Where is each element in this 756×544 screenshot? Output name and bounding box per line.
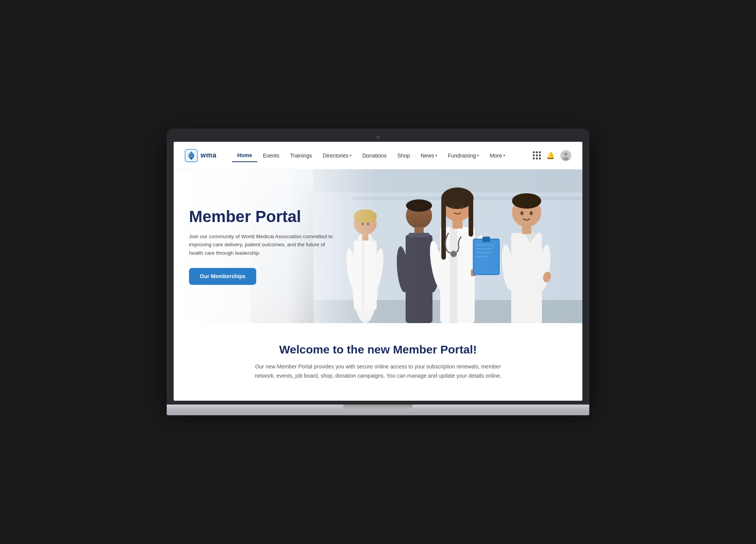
laptop-container: wma Home Events Trainings Directories ▾ … [167, 129, 589, 415]
welcome-title: Welcome to the new Member Portal! [204, 343, 552, 356]
nav-actions: 🔔 [533, 150, 572, 161]
nav-item-home[interactable]: Home [232, 149, 258, 162]
avatar[interactable] [560, 150, 572, 161]
nav-links: Home Events Trainings Directories ▾ Dona… [232, 149, 533, 162]
nav-item-events[interactable]: Events [257, 149, 285, 162]
nav-item-trainings[interactable]: Trainings [285, 149, 317, 162]
nav-item-shop[interactable]: Shop [392, 149, 415, 162]
laptop-hinge [343, 405, 413, 410]
logo[interactable]: wma [184, 149, 217, 163]
nav-item-directories[interactable]: Directories ▾ [317, 149, 357, 162]
more-chevron-icon: ▾ [503, 153, 505, 158]
laptop-base [167, 405, 589, 415]
nav-item-more[interactable]: More ▾ [484, 149, 511, 162]
navigation: wma Home Events Trainings Directories ▾ … [174, 142, 582, 169]
grid-icon[interactable] [533, 151, 541, 159]
directories-chevron-icon: ▾ [350, 153, 351, 158]
laptop-camera [376, 136, 380, 139]
welcome-section: Welcome to the new Member Portal! Our ne… [174, 323, 582, 401]
logo-text: wma [201, 151, 217, 159]
nav-item-fundraising[interactable]: Fundraising ▾ [443, 149, 484, 162]
our-memberships-button[interactable]: Our Memberships [189, 268, 256, 285]
hero-subtitle: Join our community of World Medical Asso… [189, 232, 335, 257]
fundraising-chevron-icon: ▾ [477, 153, 479, 158]
svg-point-2 [564, 153, 568, 156]
avatar-icon [561, 150, 571, 161]
bell-icon[interactable]: 🔔 [546, 151, 555, 160]
laptop-screen: wma Home Events Trainings Directories ▾ … [174, 142, 582, 401]
nav-item-donations[interactable]: Donations [357, 149, 392, 162]
hero-section: Member Portal Join our community of Worl… [174, 169, 582, 323]
nav-item-news[interactable]: News ▾ [415, 149, 443, 162]
hero-title: Member Portal [189, 208, 335, 226]
screen-bezel: wma Home Events Trainings Directories ▾ … [167, 129, 589, 405]
hero-content: Member Portal Join our community of Worl… [189, 208, 335, 285]
welcome-description: Our new Member Portal provides you with … [247, 362, 509, 381]
news-chevron-icon: ▾ [435, 153, 437, 158]
wma-logo-icon [184, 149, 198, 163]
